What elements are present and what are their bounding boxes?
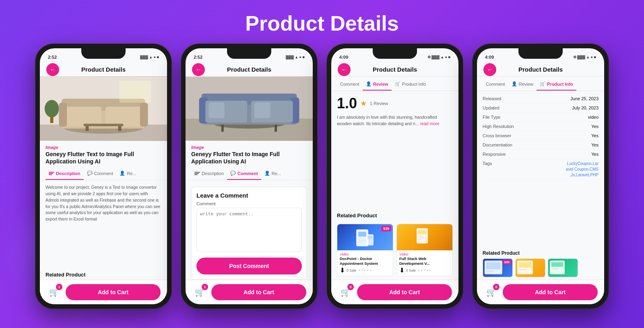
header-title-4: Product Details xyxy=(518,66,563,73)
back-button-1[interactable]: ← xyxy=(46,63,59,76)
comment-form-title: Leave a Comment xyxy=(196,192,302,199)
cart-tab-icon-3: 🛒 xyxy=(395,81,400,87)
header-title-1: Product Details xyxy=(81,66,126,73)
tab-label-comment-3: Comment xyxy=(340,82,359,87)
svg-rect-15 xyxy=(120,81,151,103)
svg-rect-33 xyxy=(358,242,363,243)
add-to-cart-button-4[interactable]: Add to Cart xyxy=(503,284,598,300)
tab-review-4[interactable]: 👤 Review xyxy=(508,78,537,91)
cart-icon-wrap-1[interactable]: 🛒 1 xyxy=(46,285,62,300)
bottom-bar-3: 🛒 0 Add to Cart xyxy=(331,280,458,304)
status-icons-3: ⚙ ▓▓▓ ▲ ● ■ xyxy=(427,55,450,59)
related-card-title-3-2: Full Stack Web Development V... xyxy=(399,256,450,266)
header-title-2: Product Details xyxy=(227,66,271,73)
add-to-cart-button-2[interactable]: Add to Cart xyxy=(211,284,306,300)
info-row-updated: Updated July 20, 2023 xyxy=(483,103,599,113)
review-rating-row: 1.0 ★ 1 Review xyxy=(337,95,453,112)
svg-rect-20 xyxy=(275,124,277,132)
status-time-2: 2:52 xyxy=(194,55,202,60)
comment-label: Comment xyxy=(196,201,302,206)
product-info-section-1: Image Geneyy Flutter Text to Image Full … xyxy=(40,141,167,167)
phone-3: 4:09 ⚙ ▓▓▓ ▲ ● ■ ← Product Details Comme… xyxy=(326,43,463,309)
tab-review-1[interactable]: 👤 Re... xyxy=(116,167,139,180)
read-more-link[interactable]: read more xyxy=(420,121,440,126)
info-value-updated: July 20, 2023 xyxy=(572,105,599,110)
person-icon-3: 👤 xyxy=(366,81,372,87)
svg-rect-27 xyxy=(208,102,225,118)
info-row-released: Released June 25, 2023 xyxy=(483,94,599,103)
comment-icon-2: 💬 xyxy=(230,171,236,176)
info-value-tags: LuckyCoupon,Laravel Coupon,CMS,Js,Larave… xyxy=(566,161,599,178)
price-badge-3-1: $39 xyxy=(381,226,391,231)
info-row-highres: High Resolution Yes xyxy=(483,122,599,131)
info-row-responsive: Responsive Yes xyxy=(483,150,599,159)
info-row-tags: Tags LuckyCoupon,Laravel Coupon,CMS,Js,L… xyxy=(483,159,599,180)
comment-textarea[interactable] xyxy=(196,208,302,252)
cart-icon-wrap-4[interactable]: 🛒 0 xyxy=(483,285,499,300)
svg-rect-48 xyxy=(551,262,563,267)
svg-rect-8 xyxy=(66,107,101,126)
cart-tab-icon-4: 🛒 xyxy=(540,81,545,87)
stars-3-2: ★★★★★ xyxy=(417,268,431,272)
tab-comment-1[interactable]: 💬 Comment xyxy=(84,167,117,180)
cart-icon-wrap-2[interactable]: 🛒 1 xyxy=(192,285,207,300)
tabs-4: Comment 👤 Review 🛒 Product Info xyxy=(477,78,604,91)
add-to-cart-button-1[interactable]: Add to Cart xyxy=(66,284,161,300)
bottom-bar-1: 🛒 1 Add to Cart xyxy=(40,280,167,304)
bottom-bar-2: 🛒 1 Add to Cart xyxy=(186,280,313,304)
svg-rect-45 xyxy=(519,262,531,268)
tab-comment-3[interactable]: Comment xyxy=(337,78,363,91)
related-card-img-3-1: $39 xyxy=(337,224,393,250)
related-title-4: Related Product xyxy=(477,249,604,256)
tabs-1: Description 💬 Comment 👤 Re... xyxy=(40,167,167,180)
review-count: 1 Review xyxy=(370,101,388,106)
app-header-3: ← Product Details xyxy=(331,63,458,76)
tab-description-1[interactable]: Description xyxy=(45,167,84,180)
tab-description-2[interactable]: Description xyxy=(191,167,227,180)
tab-comment-2[interactable]: 💬 Comment xyxy=(227,167,261,180)
tabs-3: Comment 👤 Review 🛒 Product Info xyxy=(331,78,458,91)
tab-productinfo-3[interactable]: 🛒 Product Info xyxy=(392,78,429,91)
review-text: I am absolutely in love with this stunni… xyxy=(337,114,453,127)
cart-badge-3: 0 xyxy=(347,284,354,290)
cart-icon-wrap-3[interactable]: 🛒 0 xyxy=(338,285,353,300)
svg-rect-28 xyxy=(254,102,270,118)
tab-review-3[interactable]: 👤 Review xyxy=(363,78,392,91)
svg-rect-10 xyxy=(59,103,67,126)
info-row-crossbrowser: Cross browser Yes xyxy=(483,131,599,140)
info-label-released: Released xyxy=(483,96,501,101)
status-icons-4: ⚙ ▓▓▓ ▲ ● ■ xyxy=(573,55,596,59)
cart-badge-4: 0 xyxy=(493,284,500,290)
related-card-meta-3-2: ⬇ 0 Sale ★★★★★ xyxy=(399,266,450,274)
related-card-sm-img-4-2 xyxy=(516,259,545,277)
back-button-4[interactable]: ← xyxy=(483,63,496,76)
svg-rect-35 xyxy=(367,236,372,239)
svg-rect-43 xyxy=(486,271,494,272)
related-title-3: Related Product xyxy=(337,212,377,219)
svg-rect-38 xyxy=(418,236,423,237)
download-icon-3-2: ⬇ xyxy=(399,266,405,274)
related-card-4-2[interactable] xyxy=(515,258,545,277)
product-info-table: Released June 25, 2023 Updated July 20, … xyxy=(477,91,604,249)
svg-rect-13 xyxy=(86,126,89,131)
tab-productinfo-4[interactable]: 🛒 Product Info xyxy=(537,78,576,91)
sale-count-3-2: 0 Sale xyxy=(406,268,416,272)
tab-label-desc-1: Description xyxy=(56,171,80,176)
svg-rect-11 xyxy=(140,103,148,126)
cart-badge-2: 1 xyxy=(202,284,208,290)
tab-review-2[interactable]: 👤 Re... xyxy=(261,167,284,180)
back-button-2[interactable]: ← xyxy=(192,63,205,76)
post-comment-button[interactable]: Post Comment xyxy=(196,258,302,274)
related-card-4-3[interactable] xyxy=(548,258,578,277)
related-card-3-2[interactable]: Video Full Stack Web Development V... ⬇ … xyxy=(396,224,453,276)
svg-rect-49 xyxy=(551,268,559,269)
tab-comment-4[interactable]: Comment xyxy=(483,78,508,91)
related-card-3-1[interactable]: $39 Video DocPoint - Doctor Appointment … xyxy=(337,224,393,276)
tab-label-productinfo-4: Product Info xyxy=(547,82,573,87)
info-row-filetype: File Type video xyxy=(483,113,599,122)
related-card-title-3-1: DocPoint - Doctor Appointment System xyxy=(340,256,390,266)
phone-4: 4:09 ⚙ ▓▓▓ ▲ ● ■ ← Product Details Comme… xyxy=(472,43,609,309)
add-to-cart-button-3[interactable]: Add to Cart xyxy=(357,284,452,300)
back-button-3[interactable]: ← xyxy=(338,63,351,76)
related-card-4-1[interactable]: $39 xyxy=(483,258,513,277)
